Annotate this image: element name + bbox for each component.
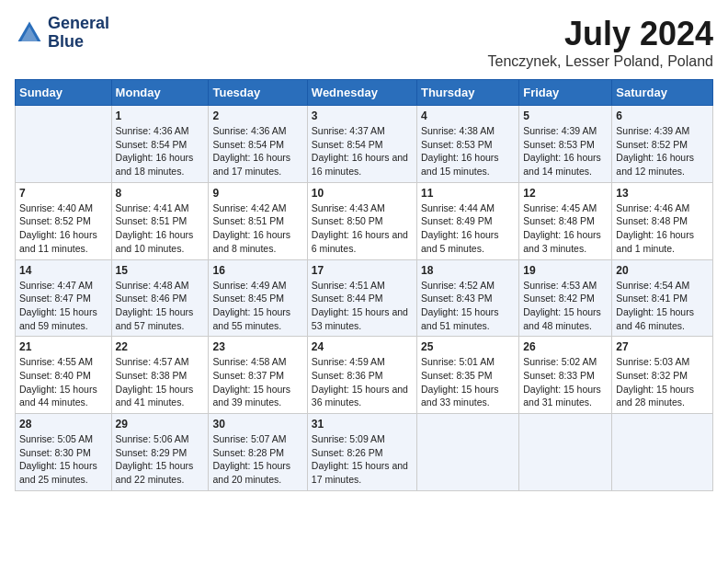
subtitle: Tenczynek, Lesser Poland, Poland bbox=[488, 53, 713, 70]
calendar-cell: 6Sunrise: 4:39 AMSunset: 8:52 PMDaylight… bbox=[612, 106, 713, 183]
calendar-cell: 30Sunrise: 5:07 AMSunset: 8:28 PMDayligh… bbox=[209, 414, 307, 491]
day-info: Sunrise: 4:37 AMSunset: 8:54 PMDaylight:… bbox=[312, 124, 413, 178]
day-number: 7 bbox=[19, 187, 108, 200]
calendar-cell: 11Sunrise: 4:44 AMSunset: 8:49 PMDayligh… bbox=[416, 182, 518, 259]
calendar-cell: 18Sunrise: 4:52 AMSunset: 8:43 PMDayligh… bbox=[416, 259, 518, 337]
day-info: Sunrise: 5:01 AMSunset: 8:35 PMDaylight:… bbox=[421, 355, 515, 409]
main-title: July 2024 bbox=[488, 15, 713, 53]
header-cell-wednesday: Wednesday bbox=[307, 80, 416, 106]
calendar-cell: 7Sunrise: 4:40 AMSunset: 8:52 PMDaylight… bbox=[16, 182, 112, 259]
calendar-cell: 2Sunrise: 4:36 AMSunset: 8:54 PMDaylight… bbox=[209, 106, 307, 183]
day-info: Sunrise: 4:52 AMSunset: 8:43 PMDaylight:… bbox=[421, 279, 515, 333]
day-info: Sunrise: 4:58 AMSunset: 8:37 PMDaylight:… bbox=[212, 355, 302, 409]
calendar-cell bbox=[519, 414, 612, 491]
day-info: Sunrise: 4:54 AMSunset: 8:41 PMDaylight:… bbox=[616, 279, 709, 333]
day-info: Sunrise: 4:48 AMSunset: 8:46 PMDaylight:… bbox=[116, 279, 205, 333]
header-area: General Blue July 2024 Tenczynek, Lesser… bbox=[15, 15, 713, 70]
day-info: Sunrise: 5:06 AMSunset: 8:29 PMDaylight:… bbox=[116, 432, 205, 487]
day-number: 13 bbox=[616, 187, 709, 200]
calendar-cell: 10Sunrise: 4:43 AMSunset: 8:50 PMDayligh… bbox=[307, 182, 416, 259]
logo-line1: General bbox=[48, 15, 109, 33]
calendar-cell: 24Sunrise: 4:59 AMSunset: 8:36 PMDayligh… bbox=[307, 337, 416, 414]
day-info: Sunrise: 5:07 AMSunset: 8:28 PMDaylight:… bbox=[212, 432, 302, 487]
day-info: Sunrise: 4:41 AMSunset: 8:51 PMDaylight:… bbox=[116, 201, 205, 256]
calendar-cell: 27Sunrise: 5:03 AMSunset: 8:32 PMDayligh… bbox=[612, 337, 713, 414]
day-number: 31 bbox=[312, 418, 413, 431]
header-cell-thursday: Thursday bbox=[416, 80, 518, 106]
day-info: Sunrise: 4:51 AMSunset: 8:44 PMDaylight:… bbox=[312, 279, 413, 333]
day-number: 6 bbox=[616, 109, 709, 122]
day-info: Sunrise: 4:39 AMSunset: 8:52 PMDaylight:… bbox=[616, 124, 709, 178]
week-row-5: 28Sunrise: 5:05 AMSunset: 8:30 PMDayligh… bbox=[16, 414, 713, 491]
day-number: 19 bbox=[523, 264, 608, 277]
day-number: 21 bbox=[19, 340, 108, 353]
calendar-cell: 4Sunrise: 4:38 AMSunset: 8:53 PMDaylight… bbox=[416, 106, 518, 183]
day-number: 20 bbox=[616, 264, 709, 277]
header-cell-sunday: Sunday bbox=[16, 80, 112, 106]
header-cell-monday: Monday bbox=[111, 80, 209, 106]
calendar-table: SundayMondayTuesdayWednesdayThursdayFrid… bbox=[15, 79, 713, 491]
logo-text: General Blue bbox=[48, 15, 109, 52]
calendar-cell: 5Sunrise: 4:39 AMSunset: 8:53 PMDaylight… bbox=[519, 106, 612, 183]
week-row-1: 1Sunrise: 4:36 AMSunset: 8:54 PMDaylight… bbox=[16, 106, 713, 183]
calendar-cell: 21Sunrise: 4:55 AMSunset: 8:40 PMDayligh… bbox=[16, 337, 112, 414]
day-info: Sunrise: 4:45 AMSunset: 8:48 PMDaylight:… bbox=[523, 201, 608, 256]
calendar-cell: 17Sunrise: 4:51 AMSunset: 8:44 PMDayligh… bbox=[307, 259, 416, 337]
week-row-4: 21Sunrise: 4:55 AMSunset: 8:40 PMDayligh… bbox=[16, 337, 713, 414]
calendar-cell: 1Sunrise: 4:36 AMSunset: 8:54 PMDaylight… bbox=[111, 106, 209, 183]
day-number: 17 bbox=[312, 264, 413, 277]
day-info: Sunrise: 5:05 AMSunset: 8:30 PMDaylight:… bbox=[19, 432, 108, 487]
calendar-cell: 28Sunrise: 5:05 AMSunset: 8:30 PMDayligh… bbox=[16, 414, 112, 491]
day-info: Sunrise: 4:49 AMSunset: 8:45 PMDaylight:… bbox=[212, 279, 302, 333]
day-number: 26 bbox=[523, 340, 608, 353]
header-cell-saturday: Saturday bbox=[612, 80, 713, 106]
day-info: Sunrise: 4:57 AMSunset: 8:38 PMDaylight:… bbox=[116, 355, 205, 409]
calendar-cell: 15Sunrise: 4:48 AMSunset: 8:46 PMDayligh… bbox=[111, 259, 209, 337]
day-info: Sunrise: 5:09 AMSunset: 8:26 PMDaylight:… bbox=[312, 432, 413, 487]
title-area: July 2024 Tenczynek, Lesser Poland, Pola… bbox=[488, 15, 713, 70]
day-number: 5 bbox=[523, 109, 608, 122]
day-number: 14 bbox=[19, 264, 108, 277]
day-info: Sunrise: 4:46 AMSunset: 8:48 PMDaylight:… bbox=[616, 201, 709, 256]
day-info: Sunrise: 4:40 AMSunset: 8:52 PMDaylight:… bbox=[19, 201, 108, 256]
day-info: Sunrise: 4:53 AMSunset: 8:42 PMDaylight:… bbox=[523, 279, 608, 333]
day-number: 30 bbox=[212, 418, 302, 431]
calendar-cell: 14Sunrise: 4:47 AMSunset: 8:47 PMDayligh… bbox=[16, 259, 112, 337]
logo-line2: Blue bbox=[48, 33, 109, 52]
logo-icon bbox=[15, 18, 44, 48]
day-number: 9 bbox=[212, 187, 302, 200]
logo: General Blue bbox=[15, 15, 109, 52]
day-number: 8 bbox=[116, 187, 205, 200]
calendar-cell: 31Sunrise: 5:09 AMSunset: 8:26 PMDayligh… bbox=[307, 414, 416, 491]
calendar-body: 1Sunrise: 4:36 AMSunset: 8:54 PMDaylight… bbox=[16, 106, 713, 491]
day-number: 16 bbox=[212, 264, 302, 277]
week-row-3: 14Sunrise: 4:47 AMSunset: 8:47 PMDayligh… bbox=[16, 259, 713, 337]
day-info: Sunrise: 5:03 AMSunset: 8:32 PMDaylight:… bbox=[616, 355, 709, 409]
calendar-cell bbox=[16, 106, 112, 183]
calendar-cell: 25Sunrise: 5:01 AMSunset: 8:35 PMDayligh… bbox=[416, 337, 518, 414]
day-info: Sunrise: 4:38 AMSunset: 8:53 PMDaylight:… bbox=[421, 124, 515, 178]
calendar-cell: 3Sunrise: 4:37 AMSunset: 8:54 PMDaylight… bbox=[307, 106, 416, 183]
calendar-cell: 9Sunrise: 4:42 AMSunset: 8:51 PMDaylight… bbox=[209, 182, 307, 259]
day-number: 18 bbox=[421, 264, 515, 277]
day-number: 24 bbox=[312, 340, 413, 353]
day-number: 23 bbox=[212, 340, 302, 353]
day-number: 3 bbox=[312, 109, 413, 122]
calendar-cell: 29Sunrise: 5:06 AMSunset: 8:29 PMDayligh… bbox=[111, 414, 209, 491]
header-row: SundayMondayTuesdayWednesdayThursdayFrid… bbox=[16, 80, 713, 106]
calendar-cell: 8Sunrise: 4:41 AMSunset: 8:51 PMDaylight… bbox=[111, 182, 209, 259]
day-number: 4 bbox=[421, 109, 515, 122]
day-number: 22 bbox=[116, 340, 205, 353]
calendar-cell: 26Sunrise: 5:02 AMSunset: 8:33 PMDayligh… bbox=[519, 337, 612, 414]
calendar-cell: 22Sunrise: 4:57 AMSunset: 8:38 PMDayligh… bbox=[111, 337, 209, 414]
day-info: Sunrise: 4:39 AMSunset: 8:53 PMDaylight:… bbox=[523, 124, 608, 178]
day-info: Sunrise: 4:59 AMSunset: 8:36 PMDaylight:… bbox=[312, 355, 413, 409]
calendar-cell: 13Sunrise: 4:46 AMSunset: 8:48 PMDayligh… bbox=[612, 182, 713, 259]
header-cell-tuesday: Tuesday bbox=[209, 80, 307, 106]
header-cell-friday: Friday bbox=[519, 80, 612, 106]
day-info: Sunrise: 4:42 AMSunset: 8:51 PMDaylight:… bbox=[212, 201, 302, 256]
day-info: Sunrise: 4:47 AMSunset: 8:47 PMDaylight:… bbox=[19, 279, 108, 333]
day-number: 1 bbox=[116, 109, 205, 122]
calendar-cell bbox=[416, 414, 518, 491]
calendar-cell: 19Sunrise: 4:53 AMSunset: 8:42 PMDayligh… bbox=[519, 259, 612, 337]
